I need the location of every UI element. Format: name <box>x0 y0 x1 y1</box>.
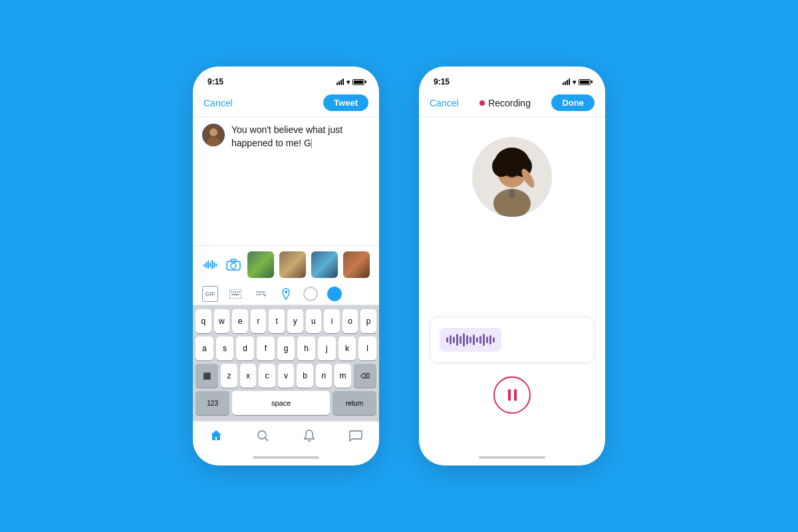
key-space[interactable]: space <box>232 391 330 415</box>
svg-rect-6 <box>209 263 211 267</box>
key-shift[interactable]: ⬛ <box>196 364 218 388</box>
status-icons-1: ▾ <box>336 78 364 86</box>
wifi-icon-2: ▾ <box>573 78 576 86</box>
wave-bar <box>456 334 458 346</box>
key-m[interactable]: m <box>334 364 350 388</box>
phone-compose: 9:15 ▾ Cancel Tweet Y <box>193 66 379 466</box>
keyboard-row-4: 123 space return <box>196 391 376 415</box>
key-delete[interactable]: ⌫ <box>354 364 376 388</box>
key-c[interactable]: c <box>259 364 275 388</box>
key-g[interactable]: g <box>277 336 295 360</box>
key-w[interactable]: w <box>214 309 230 333</box>
user-avatar <box>202 124 225 146</box>
battery-icon-2 <box>579 79 591 85</box>
keyboard-row-2: a s d f g h j k l <box>196 336 376 360</box>
nav-notifications[interactable] <box>301 427 318 444</box>
key-123[interactable]: 123 <box>196 391 229 415</box>
wave-bar <box>450 335 452 344</box>
circle-selector[interactable] <box>303 287 318 301</box>
speaker-avatar <box>472 137 552 217</box>
key-n[interactable]: n <box>316 364 332 388</box>
key-t[interactable]: t <box>269 309 285 333</box>
key-h[interactable]: h <box>297 336 315 360</box>
wave-bar <box>446 337 448 342</box>
key-s[interactable]: s <box>216 336 234 360</box>
key-u[interactable]: u <box>306 309 322 333</box>
compose-text-content[interactable]: You won't believe what just happened to … <box>231 124 370 239</box>
key-z[interactable]: z <box>221 364 237 388</box>
key-a[interactable]: a <box>196 336 213 360</box>
svg-rect-7 <box>211 260 213 269</box>
photo-thumb-4[interactable] <box>343 251 370 278</box>
tweet-button[interactable]: Tweet <box>323 94 368 111</box>
key-k[interactable]: k <box>338 336 356 360</box>
svg-rect-19 <box>231 294 239 295</box>
wifi-icon-1: ▾ <box>346 78 350 86</box>
wave-bar <box>479 336 481 344</box>
wave-bar <box>473 334 475 345</box>
key-r[interactable]: r <box>251 309 267 333</box>
battery-icon-1 <box>352 79 364 85</box>
key-o[interactable]: o <box>342 309 358 333</box>
text-cursor <box>311 139 313 148</box>
svg-line-24 <box>265 438 269 442</box>
audio-icon[interactable] <box>202 255 219 274</box>
key-p[interactable]: p <box>360 309 376 333</box>
nav-search[interactable] <box>254 427 271 444</box>
pause-button[interactable] <box>493 376 531 414</box>
svg-rect-9 <box>215 263 217 267</box>
avatar-svg <box>202 124 225 146</box>
key-j[interactable]: j <box>318 336 336 360</box>
svg-point-11 <box>231 263 236 269</box>
location-icon[interactable] <box>278 286 294 302</box>
phone-recording: 9:15 ▾ Cancel Recording Done <box>419 66 605 466</box>
recording-content <box>419 117 605 447</box>
extras-toolbar: GIF <box>193 283 379 305</box>
key-b[interactable]: b <box>297 364 313 388</box>
cancel-recording-button[interactable]: Cancel <box>430 98 459 108</box>
svg-rect-14 <box>231 291 232 293</box>
gif-icon[interactable]: GIF <box>202 286 218 302</box>
key-return[interactable]: return <box>332 391 376 415</box>
key-y[interactable]: y <box>287 309 303 333</box>
svg-rect-8 <box>213 262 215 268</box>
nav-home[interactable] <box>207 427 225 444</box>
photo-thumb-2[interactable] <box>279 251 306 278</box>
media-toolbar <box>193 245 379 283</box>
svg-rect-17 <box>237 291 238 293</box>
key-i[interactable]: i <box>324 309 340 333</box>
keyboard-icon[interactable] <box>227 286 243 302</box>
signal-icon-2 <box>563 78 570 85</box>
svg-point-23 <box>258 431 266 439</box>
compose-area: You won't believe what just happened to … <box>193 117 379 245</box>
key-q[interactable]: q <box>196 309 211 333</box>
svg-point-1 <box>209 128 217 136</box>
svg-point-34 <box>515 169 519 172</box>
photo-thumb-1[interactable] <box>247 251 274 278</box>
cancel-button[interactable]: Cancel <box>203 98 233 108</box>
wave-bar <box>466 335 468 344</box>
key-e[interactable]: e <box>232 309 248 333</box>
nav-messages[interactable] <box>347 427 364 444</box>
key-x[interactable]: x <box>240 364 256 388</box>
camera-icon[interactable] <box>225 255 242 274</box>
pause-bar-right <box>514 389 517 401</box>
recording-dot <box>479 100 485 106</box>
recording-label: Recording <box>488 98 531 108</box>
home-indicator-1 <box>193 447 379 466</box>
photo-thumb-3[interactable] <box>311 251 338 278</box>
svg-point-33 <box>506 169 509 172</box>
svg-rect-18 <box>239 291 240 293</box>
key-f[interactable]: f <box>257 336 275 360</box>
list-icon[interactable] <box>253 286 269 302</box>
svg-point-22 <box>285 291 287 293</box>
svg-rect-4 <box>205 262 207 268</box>
done-button[interactable]: Done <box>551 94 595 111</box>
circle-filled-selector[interactable] <box>327 287 342 301</box>
bottom-nav <box>193 421 379 447</box>
key-d[interactable]: d <box>236 336 254 360</box>
key-l[interactable]: l <box>358 336 376 360</box>
wave-bar <box>469 336 471 343</box>
key-v[interactable]: v <box>278 364 294 388</box>
status-time-1: 9:15 <box>207 77 223 86</box>
